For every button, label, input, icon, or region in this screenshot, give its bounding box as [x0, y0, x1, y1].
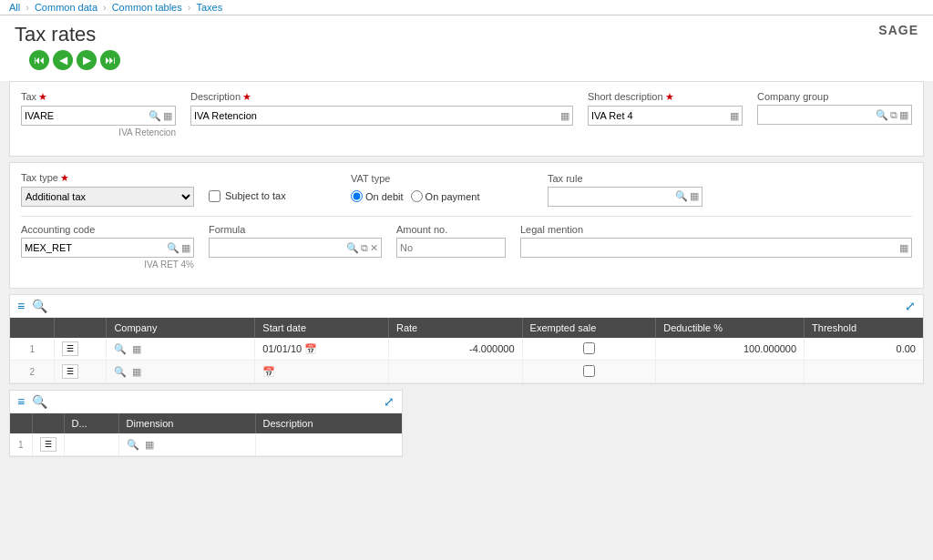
row-2-expand-btn[interactable]: ☰	[62, 364, 78, 379]
row-1-threshold: 0.00	[805, 338, 923, 361]
nav-buttons: ⏮ ◀ ▶ ⏭	[15, 50, 135, 77]
subject-to-tax-checkbox[interactable]	[209, 190, 220, 202]
formula-copy-icon[interactable]: ⧉	[361, 242, 368, 254]
dim-row-1-expand-btn[interactable]: ☰	[40, 437, 56, 452]
company-group-copy-icon[interactable]: ⧉	[890, 109, 897, 121]
row-1-exempted-checkbox[interactable]	[583, 342, 595, 354]
subject-to-tax-label[interactable]: Subject to tax	[225, 190, 286, 201]
tax-rule-grid-icon[interactable]: ▦	[690, 190, 699, 202]
company-group-field-group: Company group 🔍 ⧉ ▦	[757, 91, 912, 125]
row-2-num: 2	[10, 361, 55, 383]
tax-rule-input[interactable]	[551, 191, 673, 202]
row-1-expand-btn[interactable]: ☰	[62, 341, 78, 356]
short-desc-input[interactable]	[591, 110, 728, 121]
row-2-rate[interactable]	[388, 361, 522, 383]
formula-search-icon[interactable]: 🔍	[346, 242, 359, 254]
row-2-exempted-checkbox[interactable]	[583, 365, 595, 377]
company-group-input[interactable]	[761, 109, 874, 120]
dimension-table-list-icon[interactable]: ≡	[17, 394, 25, 409]
formula-input[interactable]	[212, 242, 344, 253]
tax-rule-field-group: Tax rule 🔍 ▦	[548, 173, 702, 207]
row-1-company-search-icon[interactable]: 🔍	[114, 343, 127, 354]
row-2-company-search-icon[interactable]: 🔍	[114, 366, 127, 377]
col-company-header: Company	[107, 318, 255, 338]
row-2-company-grid-icon[interactable]: ▦	[132, 366, 141, 377]
table-row: 2 ☰ 🔍 ▦ 📅	[10, 361, 923, 383]
nav-last-button[interactable]: ⏭	[100, 50, 120, 70]
tax-grid-icon[interactable]: ▦	[163, 110, 172, 122]
amount-no-input[interactable]	[400, 242, 502, 253]
dimension-table-search-icon[interactable]: 🔍	[32, 394, 47, 409]
breadcrumb-common-data[interactable]: Common data	[35, 2, 97, 13]
dim-row-1-dimension: 🔍 ▦	[118, 433, 255, 456]
dimension-table: D... Dimension Description 1 ☰ 🔍 ▦	[10, 413, 402, 456]
company-group-search-icon[interactable]: 🔍	[876, 109, 888, 121]
col-threshold-header: Threshold	[805, 318, 923, 338]
company-group-grid-icon[interactable]: ▦	[899, 109, 908, 121]
vat-on-debit-radio[interactable]	[351, 190, 363, 202]
row-2-calendar-icon[interactable]: 📅	[262, 366, 275, 377]
row-1-calendar-icon[interactable]: 📅	[304, 343, 317, 354]
dim-row-1-description	[255, 433, 402, 456]
col-num-header	[10, 318, 55, 338]
rates-table-search-icon[interactable]: 🔍	[32, 299, 47, 313]
row-1-startdate: 01/01/10 📅	[255, 338, 389, 361]
form-section-2: Tax type★ Additional tax Standard tax Ex…	[9, 162, 924, 289]
breadcrumb-common-tables[interactable]: Common tables	[112, 2, 182, 13]
legal-mention-input[interactable]	[524, 242, 897, 253]
row-2-icon[interactable]: ☰	[55, 361, 107, 383]
company-group-label: Company group	[757, 91, 912, 102]
rates-table-expand-icon[interactable]: ⤢	[905, 299, 916, 313]
tax-rule-search-icon[interactable]: 🔍	[675, 190, 688, 202]
dim-row-1-icon[interactable]: ☰	[32, 433, 64, 456]
description-input-wrap: ▦	[190, 106, 573, 126]
col-num2-header	[10, 413, 32, 433]
tax-hint: IVA Retencion	[21, 127, 176, 137]
vat-on-payment-label[interactable]: On payment	[411, 190, 480, 202]
dim-row-1-search-icon[interactable]: 🔍	[127, 439, 139, 450]
row-2-threshold	[805, 361, 923, 383]
col-rate-header: Rate	[388, 318, 522, 338]
rates-table-list-icon[interactable]: ≡	[17, 299, 25, 313]
tax-type-label: Tax type★	[21, 172, 194, 184]
vat-type-radio-group: On debit On payment	[351, 187, 533, 207]
vat-on-debit-label[interactable]: On debit	[351, 190, 404, 202]
row-1-deductible: 100.000000	[656, 338, 805, 361]
amount-no-label: Amount no.	[396, 224, 506, 235]
tax-label: Tax★	[21, 91, 176, 103]
legal-mention-grid-icon[interactable]: ▦	[899, 242, 908, 254]
accounting-code-search-icon[interactable]: 🔍	[167, 242, 179, 254]
nav-first-button[interactable]: ⏮	[29, 50, 49, 70]
accounting-code-input[interactable]	[25, 242, 165, 253]
row-1-icon[interactable]: ☰	[55, 338, 107, 361]
tax-search-icon[interactable]: 🔍	[149, 110, 161, 122]
row-2-company: 🔍 ▦	[107, 361, 255, 383]
dim-row-1-grid-icon[interactable]: ▦	[145, 439, 154, 450]
description-input[interactable]	[194, 110, 559, 121]
vat-on-payment-radio[interactable]	[411, 190, 423, 202]
legal-mention-label: Legal mention	[520, 224, 912, 235]
col-d-header: D...	[64, 413, 118, 433]
nav-next-button[interactable]: ▶	[77, 50, 97, 70]
tax-input[interactable]	[25, 110, 147, 121]
row-2-startdate: 📅	[255, 361, 389, 383]
description-field-group: Description★ ▦	[190, 91, 573, 126]
short-desc-input-wrap: ▦	[588, 106, 743, 126]
dimension-table-expand-icon[interactable]: ⤢	[384, 394, 395, 409]
table-row: 1 ☰ 🔍 ▦ 01/01/10 📅 -4.000000	[10, 338, 923, 361]
row-1-num: 1	[10, 338, 55, 361]
row-1-rate[interactable]: -4.000000	[388, 338, 522, 361]
col-rowbtn2-header	[32, 413, 64, 433]
tax-type-field-group: Tax type★ Additional tax Standard tax Ex…	[21, 172, 194, 207]
row-1-company-grid-icon[interactable]: ▦	[132, 343, 141, 354]
nav-prev-button[interactable]: ◀	[53, 50, 73, 70]
page-title: Tax rates	[15, 23, 135, 46]
tax-type-select[interactable]: Additional tax Standard tax Exempt	[21, 187, 194, 207]
accounting-code-grid-icon[interactable]: ▦	[181, 242, 190, 254]
accounting-code-hint: IVA RET 4%	[21, 260, 194, 270]
breadcrumb-all[interactable]: All	[9, 2, 20, 13]
formula-delete-icon[interactable]: ✕	[370, 242, 378, 254]
description-grid-icon[interactable]: ▦	[560, 110, 569, 122]
short-desc-grid-icon[interactable]: ▦	[730, 110, 739, 122]
short-desc-label: Short description★	[588, 91, 743, 103]
